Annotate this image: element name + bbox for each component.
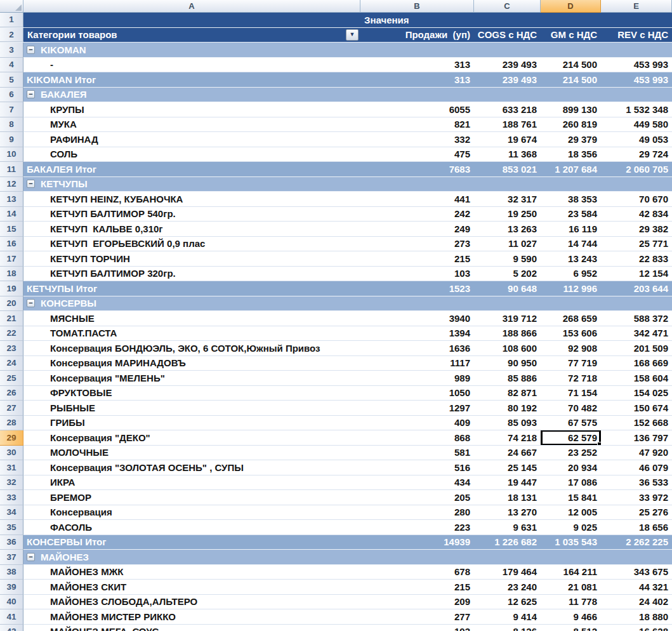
cell-A27[interactable]: РЫБНЫЕ bbox=[23, 401, 360, 416]
cell-B3[interactable] bbox=[360, 43, 474, 58]
cell-E27[interactable]: 150 674 bbox=[601, 401, 672, 416]
cell-A25[interactable]: Консервация "МЕЛЕНЬ" bbox=[23, 371, 360, 386]
collapse-icon[interactable]: − bbox=[27, 180, 35, 188]
cell-E12[interactable] bbox=[601, 177, 672, 192]
column-header-D[interactable]: D bbox=[541, 0, 601, 13]
cell-A31[interactable]: Консервация "ЗОЛОТАЯ ОСЕНЬ" , СУПЫ bbox=[23, 460, 360, 475]
cell-A13[interactable]: КЕТЧУП HEINZ, КУБАНОЧКА bbox=[23, 192, 360, 207]
cell-A30[interactable]: МОЛОЧНЫЕ bbox=[23, 446, 360, 461]
row-header-38[interactable]: 38 bbox=[0, 565, 23, 580]
cell-C17[interactable]: 9 590 bbox=[474, 251, 541, 267]
row-header-29[interactable]: 29 bbox=[0, 430, 23, 446]
cell-C9[interactable]: 19 674 bbox=[474, 132, 541, 147]
cell-C31[interactable]: 25 145 bbox=[474, 460, 541, 475]
cell-A29[interactable]: Консервация "ДЕКО" bbox=[23, 430, 360, 446]
cell-C37[interactable] bbox=[474, 550, 541, 565]
cell-E37[interactable] bbox=[601, 550, 672, 565]
cell-A18[interactable]: КЕТЧУП БАЛТИМОР 320гр. bbox=[23, 267, 360, 282]
cell-D21[interactable]: 268 659 bbox=[541, 311, 601, 326]
cell-D32[interactable]: 17 086 bbox=[541, 475, 601, 491]
cell-B25[interactable]: 989 bbox=[360, 371, 474, 386]
cell-A2[interactable]: Категории товаров ▼ bbox=[23, 28, 360, 43]
cell-E14[interactable]: 42 834 bbox=[601, 207, 672, 222]
cell-A38[interactable]: МАЙОНЕЗ МЖК bbox=[23, 565, 360, 580]
row-header-8[interactable]: 8 bbox=[0, 117, 23, 133]
collapse-icon[interactable]: − bbox=[27, 46, 35, 54]
cell-B42[interactable]: 193 bbox=[360, 625, 474, 631]
cell-B5[interactable]: 313 bbox=[360, 72, 474, 88]
cell-B39[interactable]: 215 bbox=[360, 580, 474, 595]
row-header-28[interactable]: 28 bbox=[0, 416, 23, 431]
cell-B24[interactable]: 1117 bbox=[360, 356, 474, 371]
collapse-icon[interactable]: − bbox=[27, 299, 35, 307]
cell-D38[interactable]: 164 211 bbox=[541, 565, 601, 580]
row-header-10[interactable]: 10 bbox=[0, 147, 23, 163]
row-header-14[interactable]: 14 bbox=[0, 207, 23, 222]
cell-B19[interactable]: 1523 bbox=[360, 281, 474, 296]
row-header-25[interactable]: 25 bbox=[0, 371, 23, 386]
cell-C39[interactable]: 23 240 bbox=[474, 580, 541, 595]
cell-C10[interactable]: 11 368 bbox=[474, 147, 541, 163]
cell-E11[interactable]: 2 060 705 bbox=[601, 162, 672, 177]
cell-D28[interactable]: 67 575 bbox=[541, 416, 601, 431]
cell-E29[interactable]: 136 797 bbox=[601, 430, 672, 446]
cell-D24[interactable]: 77 719 bbox=[541, 356, 601, 371]
cell-D19[interactable]: 112 996 bbox=[541, 281, 601, 296]
cell-D17[interactable]: 13 243 bbox=[541, 251, 601, 267]
cell-C23[interactable]: 108 600 bbox=[474, 341, 541, 356]
cell-E24[interactable]: 168 669 bbox=[601, 356, 672, 371]
cell-A10[interactable]: СОЛЬ bbox=[23, 147, 360, 163]
cell-B10[interactable]: 475 bbox=[360, 147, 474, 163]
cell-C18[interactable]: 5 202 bbox=[474, 267, 541, 282]
cell-C22[interactable]: 188 866 bbox=[474, 326, 541, 342]
cell-C32[interactable]: 19 447 bbox=[474, 475, 541, 491]
row-header-41[interactable]: 41 bbox=[0, 609, 23, 625]
cell-D2[interactable]: GM с НДС bbox=[541, 28, 601, 43]
cell-A12[interactable]: −КЕТЧУПЫ bbox=[23, 177, 360, 192]
cell-B23[interactable]: 1636 bbox=[360, 341, 474, 356]
cell-E10[interactable]: 29 724 bbox=[601, 147, 672, 163]
cell-B12[interactable] bbox=[360, 177, 474, 192]
cell-A36[interactable]: КОНСЕРВЫ Итог bbox=[23, 535, 360, 550]
cell-E42[interactable]: 16 628 bbox=[601, 625, 672, 631]
row-header-1[interactable]: 1 bbox=[0, 13, 23, 27]
cell-E16[interactable]: 25 771 bbox=[601, 237, 672, 252]
cell-B9[interactable]: 332 bbox=[360, 132, 474, 147]
row-header-3[interactable]: 3 bbox=[0, 43, 23, 58]
cell-D22[interactable]: 153 606 bbox=[541, 326, 601, 342]
cell-C11[interactable]: 853 021 bbox=[474, 162, 541, 177]
cell-A28[interactable]: ГРИБЫ bbox=[23, 416, 360, 431]
row-header-31[interactable]: 31 bbox=[0, 460, 23, 475]
cell-B21[interactable]: 3940 bbox=[360, 311, 474, 326]
cell-D26[interactable]: 71 154 bbox=[541, 386, 601, 401]
row-header-12[interactable]: 12 bbox=[0, 177, 23, 192]
cell-D10[interactable]: 18 356 bbox=[541, 147, 601, 163]
collapse-icon[interactable]: − bbox=[27, 553, 35, 561]
cell-A35[interactable]: ФАСОЛЬ bbox=[23, 520, 360, 535]
cell-D20[interactable] bbox=[541, 296, 601, 312]
cell-B35[interactable]: 223 bbox=[360, 520, 474, 535]
cell-E28[interactable]: 152 668 bbox=[601, 416, 672, 431]
cell-D11[interactable]: 1 207 684 bbox=[541, 162, 601, 177]
cell-C19[interactable]: 90 648 bbox=[474, 281, 541, 296]
row-header-7[interactable]: 7 bbox=[0, 102, 23, 117]
row-header-33[interactable]: 33 bbox=[0, 490, 23, 505]
cell-E34[interactable]: 25 276 bbox=[601, 505, 672, 521]
cell-D40[interactable]: 11 778 bbox=[541, 595, 601, 610]
cell-A7[interactable]: КРУПЫ bbox=[23, 102, 360, 117]
row-header-6[interactable]: 6 bbox=[0, 88, 23, 103]
cell-A6[interactable]: −БАКАЛЕЯ bbox=[23, 88, 360, 103]
cell-C15[interactable]: 13 263 bbox=[474, 222, 541, 237]
row-header-32[interactable]: 32 bbox=[0, 475, 23, 491]
cell-E9[interactable]: 49 053 bbox=[601, 132, 672, 147]
cell-C5[interactable]: 239 493 bbox=[474, 72, 541, 88]
cell-E33[interactable]: 33 972 bbox=[601, 490, 672, 505]
cell-A22[interactable]: ТОМАТ.ПАСТА bbox=[23, 326, 360, 342]
cell-E35[interactable]: 18 656 bbox=[601, 520, 672, 535]
cell-E22[interactable]: 342 471 bbox=[601, 326, 672, 342]
cell-A1[interactable] bbox=[23, 13, 360, 27]
cell-D6[interactable] bbox=[541, 88, 601, 103]
cell-B27[interactable]: 1297 bbox=[360, 401, 474, 416]
cell-B13[interactable]: 441 bbox=[360, 192, 474, 207]
cell-D41[interactable]: 9 466 bbox=[541, 609, 601, 625]
